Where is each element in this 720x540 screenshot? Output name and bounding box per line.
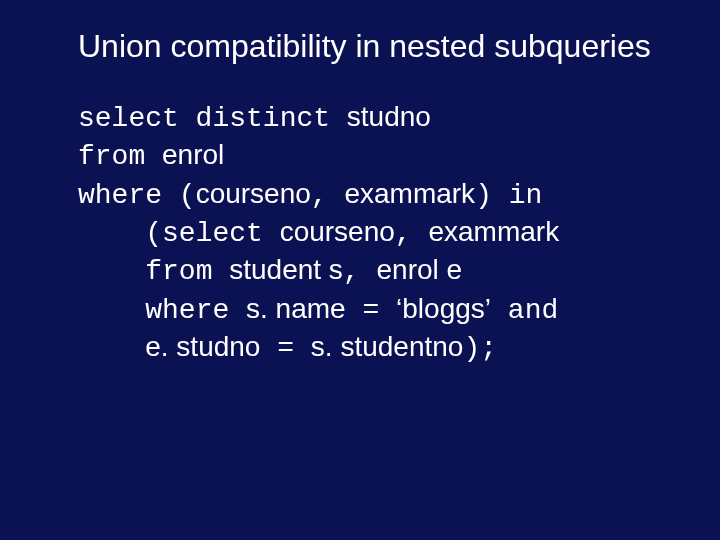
col-exammark-sub: exammark [428,216,559,247]
sep-comma: , [395,218,429,249]
indent [78,295,145,326]
expr-estudno: e. studno [145,331,260,362]
kw-and: and [491,295,558,326]
col-courseno-sub: courseno [280,216,395,247]
kw-close-in: ) in [475,180,542,211]
col-courseno: courseno [196,178,311,209]
expr-sname: s. name [246,293,346,324]
slide: Union compatibility in nested subqueries… [0,0,720,540]
col-exammark: exammark [344,178,475,209]
stmt-end: ); [463,333,497,364]
sep-comma: , [343,256,377,287]
kw-select-distinct: select distinct [78,103,347,134]
indent [78,218,145,249]
sep-comma: , [311,180,345,211]
slide-title: Union compatibility in nested subqueries [78,28,672,65]
lit-bloggs: ‘bloggs’ [396,293,491,324]
kw-from: from [78,141,162,172]
tbl-enrol: enrol [162,139,224,170]
op-eq: = [346,295,396,326]
kw-sub-from: from [145,256,229,287]
col-studno: studno [347,101,431,132]
kw-sub-where: where [145,295,246,326]
tbl-student: student s [229,254,343,285]
kw-sub-select: (select [145,218,279,249]
tbl-enrol-alias: enrol e [376,254,462,285]
indent [78,256,145,287]
expr-sstudentno: s. studentno [311,331,464,362]
sql-block: select distinct studno from enrol where … [78,99,672,368]
kw-where-open: where ( [78,180,196,211]
op-eq: = [260,333,310,364]
indent [78,333,145,364]
